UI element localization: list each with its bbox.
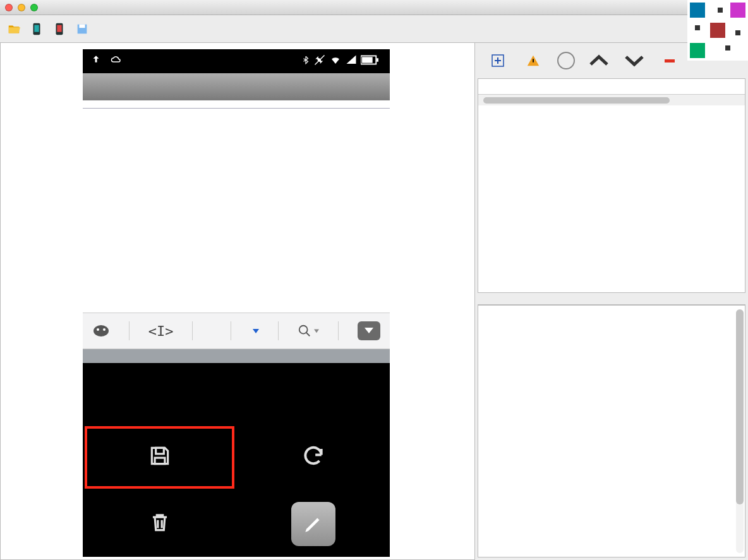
svg-rect-26 [725, 45, 730, 51]
svg-line-6 [315, 55, 325, 64]
wifi-icon [329, 54, 342, 69]
menu-save-button[interactable] [85, 426, 234, 489]
svg-rect-17 [665, 59, 675, 63]
minimize-window-button[interactable] [18, 4, 25, 11]
bluetooth-icon [301, 54, 310, 69]
svg-rect-3 [57, 25, 61, 32]
note-text[interactable] [83, 100, 390, 109]
down-arrow-icon[interactable] [623, 49, 646, 72]
warning-icon[interactable] [522, 49, 545, 72]
up-arrow-icon[interactable] [588, 49, 610, 72]
trash-icon [148, 510, 172, 534]
svg-point-10 [94, 325, 109, 337]
svg-point-13 [299, 326, 308, 334]
app-toolbar [0, 15, 748, 43]
svg-rect-8 [362, 57, 373, 63]
ime-toolbar: <I> [83, 313, 390, 349]
soft-keyboard[interactable] [83, 349, 390, 363]
vibrate-icon [314, 54, 325, 69]
svg-point-12 [103, 328, 106, 331]
svg-rect-25 [718, 8, 723, 13]
note-body[interactable] [83, 100, 390, 313]
options-menu [83, 424, 390, 557]
menu-edit-button[interactable] [236, 491, 390, 557]
signal-icon [346, 54, 357, 69]
tree-horizontal-scrollbar[interactable] [478, 94, 745, 105]
revert-icon [301, 444, 325, 468]
svg-rect-9 [377, 58, 378, 62]
ime-logo-icon[interactable] [92, 323, 110, 338]
ime-search-icon[interactable] [298, 324, 319, 338]
svg-point-11 [97, 328, 99, 331]
battery-icon [361, 55, 378, 68]
svg-rect-1 [34, 25, 39, 32]
menu-revert-button[interactable] [236, 424, 390, 491]
save-icon [148, 444, 172, 468]
svg-rect-19 [690, 3, 705, 18]
expand-all-icon[interactable] [486, 49, 509, 72]
detail-vertical-scrollbar[interactable] [736, 309, 744, 553]
cloud-icon [109, 54, 123, 69]
hierarchy-tree[interactable] [478, 78, 745, 293]
node-detail-table[interactable] [478, 305, 745, 557]
ime-cursor-icon[interactable]: <I> [148, 323, 174, 339]
svg-rect-23 [695, 25, 700, 30]
device-screenshot-icon[interactable] [28, 20, 45, 38]
open-icon[interactable] [5, 20, 23, 38]
qr-code-icon [687, 0, 748, 61]
device-screenshot-alt-icon[interactable] [51, 20, 68, 38]
android-status-bar [83, 49, 390, 73]
pencil-icon [301, 512, 325, 536]
svg-rect-22 [710, 23, 725, 38]
circle-icon[interactable] [557, 52, 575, 69]
mac-titlebar [0, 0, 748, 15]
ime-english-button[interactable] [250, 328, 259, 334]
minus-icon[interactable] [658, 49, 681, 72]
svg-rect-15 [155, 458, 165, 464]
device-screenshot[interactable]: <I> [83, 49, 390, 557]
svg-rect-24 [735, 30, 740, 35]
svg-rect-21 [690, 43, 705, 58]
close-window-button[interactable] [5, 4, 13, 11]
svg-rect-20 [730, 3, 745, 18]
zoom-window-button[interactable] [30, 4, 38, 11]
screenshot-pane[interactable]: <I> [0, 43, 475, 560]
upload-icon [90, 54, 102, 69]
svg-rect-14 [155, 448, 164, 454]
node-detail-label [478, 299, 745, 305]
save-icon[interactable] [73, 20, 91, 38]
menu-delete-button[interactable] [83, 491, 236, 557]
svg-rect-5 [79, 24, 85, 28]
app-header [83, 73, 390, 100]
ime-collapse-icon[interactable] [358, 321, 380, 340]
